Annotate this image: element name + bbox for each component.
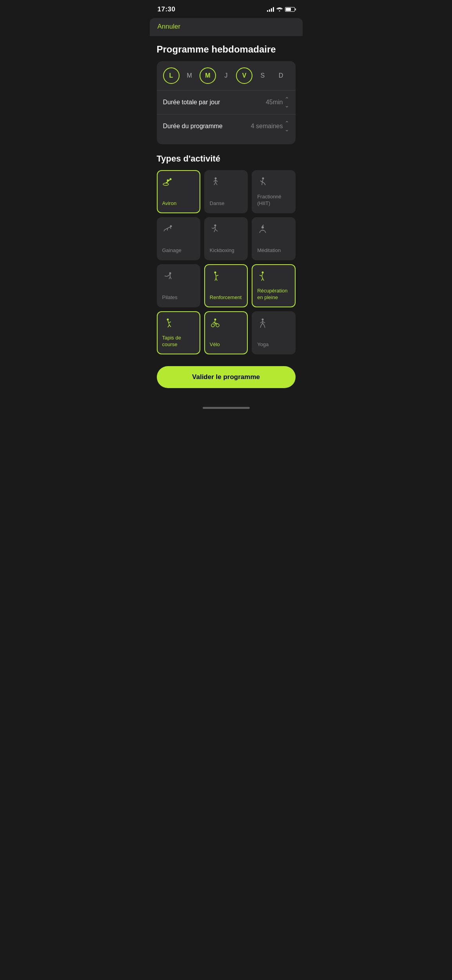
programme-card: L M M J V S D Durée totale par jo xyxy=(157,61,296,144)
rowing-icon xyxy=(162,176,195,190)
yoga-icon xyxy=(257,318,290,331)
pilates-label: Pilates xyxy=(162,294,195,301)
svg-line-31 xyxy=(265,231,266,233)
svg-point-62 xyxy=(216,324,219,327)
svg-line-28 xyxy=(215,229,218,231)
svg-line-67 xyxy=(263,321,265,323)
day-circle-S: S xyxy=(254,67,271,84)
programme-label: Durée du programme xyxy=(163,123,223,130)
svg-point-34 xyxy=(169,272,171,274)
activity-kickboxing[interactable]: Kickboxing xyxy=(204,217,248,260)
day-selector: L M M J V S D xyxy=(163,67,289,84)
svg-line-30 xyxy=(260,231,260,233)
svg-point-64 xyxy=(262,319,264,321)
day-V[interactable]: V xyxy=(236,67,252,84)
svg-line-5 xyxy=(167,181,168,183)
svg-line-20 xyxy=(164,230,165,231)
svg-line-54 xyxy=(169,323,169,325)
pilates-icon xyxy=(162,270,195,284)
svg-line-49 xyxy=(261,278,263,281)
svg-line-27 xyxy=(214,229,215,232)
stepper-icon-2: ⌃⌄ xyxy=(285,120,289,132)
day-D[interactable]: D xyxy=(272,67,289,84)
status-icons xyxy=(267,6,295,13)
svg-line-37 xyxy=(169,277,170,279)
svg-line-68 xyxy=(261,323,263,325)
danse-label: Danse xyxy=(210,200,242,207)
day-circle-D: D xyxy=(272,67,289,84)
programme-duration-option[interactable]: Durée du programme 4 semaines ⌃⌄ xyxy=(163,114,289,138)
status-bar: 17:30 xyxy=(150,0,303,16)
svg-point-0 xyxy=(163,183,169,185)
activity-gainage[interactable]: Gainage xyxy=(157,217,200,260)
activity-meditation[interactable]: Méditation xyxy=(252,217,295,260)
duration-option[interactable]: Durée totale par jour 45min ⌃⌄ xyxy=(163,91,289,114)
svg-line-66 xyxy=(260,321,263,323)
plank-icon xyxy=(162,223,195,237)
svg-point-45 xyxy=(262,272,264,274)
svg-line-22 xyxy=(170,227,171,229)
svg-line-47 xyxy=(260,275,262,276)
day-S[interactable]: S xyxy=(254,67,271,84)
day-M1[interactable]: M xyxy=(181,67,198,84)
svg-point-23 xyxy=(214,225,216,227)
yoga-label: Yoga xyxy=(257,341,290,348)
svg-line-15 xyxy=(262,182,264,183)
main-content: Programme hebdomadaire L M M J V S D xyxy=(150,36,303,404)
programme-title: Programme hebdomadaire xyxy=(157,44,296,55)
day-M2[interactable]: M xyxy=(200,67,216,84)
tapis-label: Tapis de course xyxy=(162,335,195,348)
svg-line-69 xyxy=(263,323,264,325)
svg-point-12 xyxy=(262,178,264,180)
cancel-button[interactable]: Annuler xyxy=(158,23,181,31)
activity-fractionne[interactable]: Fractionné (HIIT) xyxy=(252,170,295,213)
nav-bar: Annuler xyxy=(150,18,303,36)
battery-icon xyxy=(285,7,295,12)
svg-line-25 xyxy=(213,227,215,229)
svg-line-46 xyxy=(262,274,263,276)
svg-line-50 xyxy=(263,278,264,281)
duration-label: Durée totale par jour xyxy=(163,99,220,106)
day-circle-M1: M xyxy=(181,67,198,84)
activity-renforcement[interactable]: Renforcement xyxy=(204,264,248,307)
svg-line-35 xyxy=(165,276,167,276)
velo-label: Vélo xyxy=(210,341,242,348)
programme-value: 4 semaines ⌃⌄ xyxy=(251,120,289,132)
svg-line-43 xyxy=(215,278,216,281)
gainage-label: Gainage xyxy=(162,247,195,254)
activity-pilates[interactable]: Pilates xyxy=(157,264,200,307)
aviron-label: Aviron xyxy=(162,200,195,207)
svg-line-26 xyxy=(212,228,213,229)
bike-icon xyxy=(210,318,242,331)
day-J[interactable]: J xyxy=(218,67,234,84)
activity-recuperation[interactable]: Récupération en pleine xyxy=(252,264,295,307)
hiit-icon xyxy=(257,176,290,190)
day-L[interactable]: L xyxy=(163,67,180,84)
svg-line-70 xyxy=(260,325,261,328)
wifi-icon xyxy=(276,6,283,13)
svg-point-2 xyxy=(169,178,171,180)
day-circle-L: L xyxy=(163,67,180,84)
activity-aviron[interactable]: Aviron xyxy=(157,170,200,213)
home-indicator xyxy=(150,404,303,414)
signal-icon xyxy=(267,7,274,12)
validate-button[interactable]: Valider le programme xyxy=(157,366,296,388)
activity-tapis[interactable]: Tapis de course xyxy=(157,311,200,354)
activity-velo[interactable]: Vélo xyxy=(204,311,248,354)
svg-point-29 xyxy=(261,226,264,229)
fractionne-label: Fractionné (HIIT) xyxy=(257,194,290,207)
day-circle-J: J xyxy=(218,67,234,84)
day-circle-V: V xyxy=(236,67,252,84)
svg-point-39 xyxy=(214,272,216,274)
meditation-icon xyxy=(257,223,290,237)
status-time: 17:30 xyxy=(158,5,176,13)
svg-line-58 xyxy=(214,321,215,323)
svg-line-56 xyxy=(169,325,171,327)
dance-icon xyxy=(210,176,242,190)
svg-line-38 xyxy=(170,277,171,279)
svg-line-33 xyxy=(263,225,264,225)
activity-danse[interactable]: Danse xyxy=(204,170,248,213)
svg-point-4 xyxy=(167,180,169,181)
activity-yoga[interactable]: Yoga xyxy=(252,311,295,354)
strength-icon xyxy=(210,270,242,284)
